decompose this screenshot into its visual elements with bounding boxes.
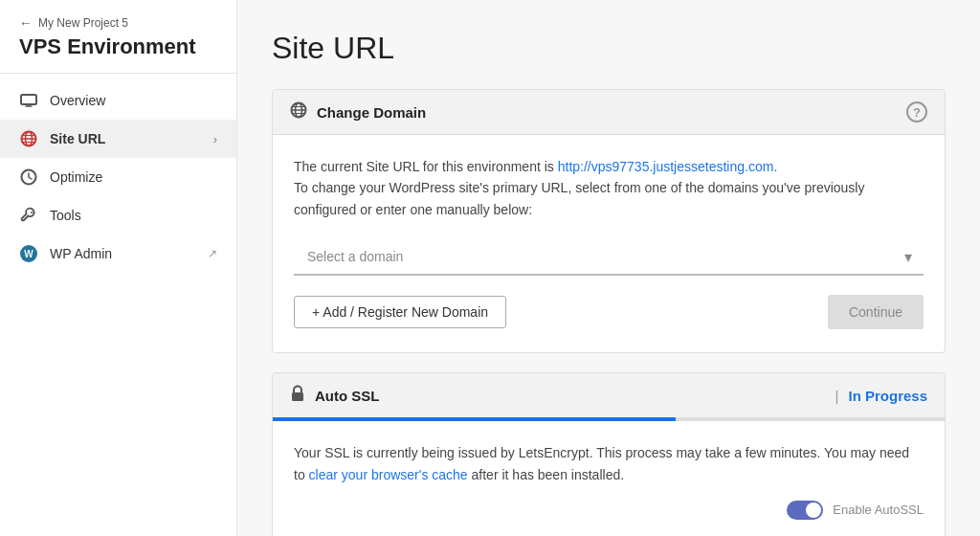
sidebar-item-wp-admin[interactable]: W WP Admin ↗ bbox=[0, 234, 236, 273]
change-domain-globe-icon bbox=[290, 101, 307, 123]
page-title: Site URL bbox=[272, 31, 946, 66]
main-content: Site URL Change Domain ? The current Sit… bbox=[237, 0, 980, 536]
site-url-label: Site URL bbox=[50, 131, 105, 146]
change-domain-actions: + Add / Register New Domain Continue bbox=[294, 295, 924, 329]
svg-rect-13 bbox=[292, 392, 303, 401]
auto-ssl-toggle-label: Enable AutoSSL bbox=[833, 502, 924, 517]
current-url-link[interactable]: http://vps97735.justjessetesting.com. bbox=[558, 159, 778, 174]
change-domain-card: Change Domain ? The current Site URL for… bbox=[272, 89, 946, 353]
auto-ssl-header-top: Auto SSL | In Progress bbox=[273, 373, 945, 417]
sidebar-item-tools[interactable]: Tools bbox=[0, 196, 236, 234]
lock-icon bbox=[290, 385, 305, 406]
sidebar-back-link[interactable]: ← My New Project 5 bbox=[19, 15, 217, 31]
ssl-toggle-row: Enable AutoSSL bbox=[294, 501, 924, 520]
auto-ssl-card: Auto SSL | In Progress Your SSL is curre… bbox=[272, 372, 946, 536]
ssl-status-badge: In Progress bbox=[848, 388, 927, 404]
change-domain-description: The current Site URL for this environmen… bbox=[294, 156, 924, 220]
globe-icon bbox=[19, 129, 38, 148]
clear-cache-link[interactable]: clear your browser's cache bbox=[309, 467, 468, 482]
wp-icon: W bbox=[19, 244, 38, 263]
svg-point-7 bbox=[31, 212, 33, 213]
monitor-icon bbox=[19, 91, 38, 110]
auto-ssl-description: Your SSL is currently being issued by Le… bbox=[294, 442, 924, 485]
sidebar-title: VPS Environment bbox=[19, 34, 217, 59]
ssl-status-separator: | bbox=[835, 388, 839, 404]
back-arrow-icon: ← bbox=[19, 15, 33, 31]
optimize-label: Optimize bbox=[50, 169, 102, 185]
change-domain-title: Change Domain bbox=[317, 104, 897, 121]
sidebar-item-optimize[interactable]: Optimize bbox=[0, 158, 236, 196]
help-icon[interactable]: ? bbox=[906, 101, 927, 123]
domain-select-container: Select a domain ▾ bbox=[294, 239, 924, 276]
auto-ssl-toggle[interactable] bbox=[787, 501, 823, 520]
svg-rect-0 bbox=[21, 95, 36, 104]
change-domain-header: Change Domain ? bbox=[273, 90, 945, 135]
sidebar: ← My New Project 5 VPS Environment Overv… bbox=[0, 0, 237, 536]
auto-ssl-header: Auto SSL | In Progress bbox=[273, 373, 945, 421]
auto-ssl-title: Auto SSL bbox=[315, 388, 826, 404]
project-name: My New Project 5 bbox=[38, 16, 128, 30]
chevron-right-icon: › bbox=[213, 132, 217, 146]
auto-ssl-body: Your SSL is currently being issued by Le… bbox=[273, 421, 945, 536]
domain-select[interactable]: Select a domain bbox=[294, 239, 924, 274]
change-domain-body: The current Site URL for this environmen… bbox=[273, 135, 945, 352]
wp-admin-label: WP Admin bbox=[50, 246, 112, 261]
sidebar-navigation: Overview Site URL › bbox=[0, 74, 236, 280]
domain-select-wrapper: Select a domain ▾ bbox=[294, 239, 924, 276]
overview-label: Overview bbox=[50, 93, 105, 108]
optimize-icon bbox=[19, 168, 38, 187]
sidebar-header: ← My New Project 5 VPS Environment bbox=[0, 0, 236, 74]
external-link-icon: ↗ bbox=[208, 247, 217, 260]
sidebar-item-site-url[interactable]: Site URL › bbox=[0, 120, 236, 158]
add-register-domain-button[interactable]: + Add / Register New Domain bbox=[294, 296, 506, 328]
tools-label: Tools bbox=[50, 208, 81, 223]
continue-button[interactable]: Continue bbox=[828, 295, 924, 329]
sidebar-item-overview[interactable]: Overview bbox=[0, 81, 236, 120]
tools-icon bbox=[19, 206, 38, 225]
